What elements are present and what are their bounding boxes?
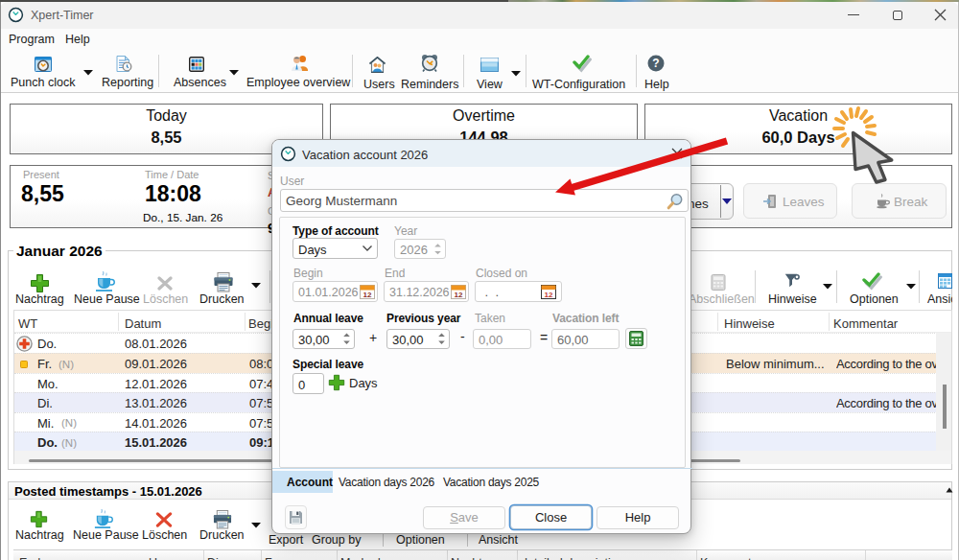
- svg-text:12: 12: [545, 290, 553, 298]
- svg-text:12: 12: [363, 290, 372, 298]
- svg-text:12: 12: [455, 290, 463, 298]
- svg-text:?: ?: [652, 57, 659, 70]
